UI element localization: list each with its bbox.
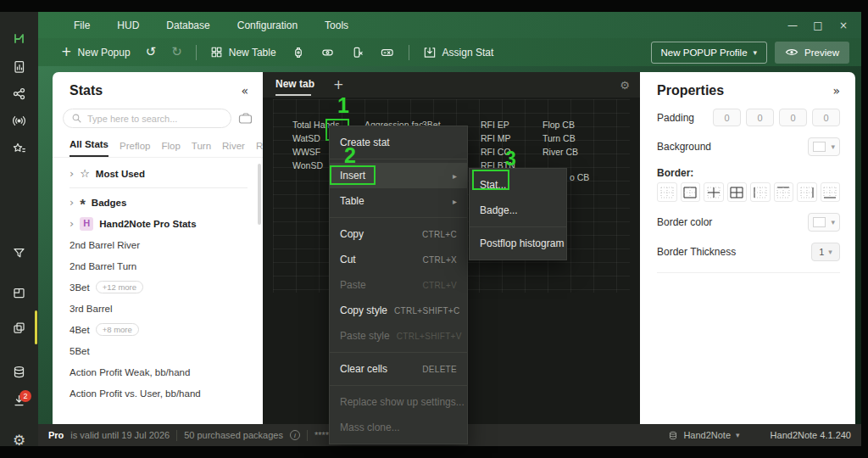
menu-item-hud[interactable]: HUD: [105, 16, 151, 35]
stats-tab-flop[interactable]: Flop: [161, 141, 180, 157]
popup-profile-dropdown[interactable]: New POPUP Profile ▾: [651, 42, 768, 64]
stats-item-3bet[interactable]: 3Bet+12 more: [53, 276, 263, 298]
search-box[interactable]: [63, 109, 231, 128]
badge-preview-button[interactable]: [313, 42, 342, 64]
menu-item-label: Cut: [340, 254, 356, 265]
stats-item-hand2note-pro-stats[interactable]: ›HHand2Note Pro Stats: [53, 213, 263, 234]
assign-stat-button[interactable]: Assign Stat: [415, 42, 502, 64]
menu-item-label: Paste style: [340, 330, 390, 342]
border-style-top-button[interactable]: [774, 182, 794, 202]
settings-gear-icon[interactable]: ⚙: [9, 430, 29, 450]
search-input[interactable]: [87, 114, 223, 124]
stats-item-most-used[interactable]: ›☆Most Used: [53, 163, 263, 184]
menu-item-file[interactable]: File: [62, 16, 102, 35]
new-popup-button[interactable]: + New Popup: [53, 42, 138, 64]
menu-item-label: Badge...: [480, 204, 518, 216]
submenu-item-postflop-histogram[interactable]: Postflop histogram: [470, 231, 566, 256]
menu-item-tools[interactable]: Tools: [313, 16, 360, 35]
collapse-panel-icon[interactable]: «: [241, 84, 248, 98]
collapse-properties-icon[interactable]: »: [832, 84, 840, 98]
reports-icon[interactable]: [9, 57, 29, 76]
context-menu-item-copy[interactable]: CopyCTRL+C: [330, 221, 467, 247]
watch-hud-button[interactable]: [284, 42, 313, 64]
stats-item-4bet[interactable]: 4Bet+8 more: [53, 319, 263, 340]
preview-button[interactable]: Preview: [775, 42, 849, 64]
border-bottom-icon: [823, 187, 837, 198]
context-menu-item-clear-cells[interactable]: Clear cellsDELETE: [330, 356, 467, 382]
broadcast-icon[interactable]: [9, 111, 29, 131]
undo-button[interactable]: ↺: [138, 42, 164, 64]
stat-pack-icon[interactable]: [237, 112, 254, 126]
stats-tab-river[interactable]: River: [222, 141, 245, 157]
stats-tab-raise[interactable]: Raise: [256, 141, 263, 157]
maximize-button[interactable]: □: [805, 15, 831, 36]
border-inner-icon: [707, 187, 721, 198]
stats-tab-turn[interactable]: Turn: [192, 141, 211, 157]
canvas-settings-gear-icon[interactable]: ⚙: [620, 79, 630, 92]
menu-item-database[interactable]: Database: [154, 16, 221, 35]
phone-remove-icon: [350, 46, 364, 59]
stat-cell-partial[interactable]: o CB: [570, 172, 589, 182]
border-style-none-button[interactable]: [657, 182, 677, 202]
stats-item-badges[interactable]: ›*Badges: [53, 192, 263, 213]
new-table-button[interactable]: New Table: [203, 42, 284, 64]
context-menu-item-copy-style[interactable]: Copy styleCTRL+SHIFT+C: [330, 298, 467, 323]
hud-layout-icon[interactable]: [9, 283, 29, 303]
app-version: Hand2Note 4.1.240: [771, 430, 851, 440]
stats-item-2nd-barrel-river[interactable]: 2nd Barrel River: [53, 234, 263, 255]
border-style-inner-button[interactable]: [704, 182, 724, 202]
border-style-outer-button[interactable]: [681, 182, 701, 202]
border-style-all-button[interactable]: [727, 182, 748, 202]
filter-icon[interactable]: [9, 243, 29, 263]
remove-phone-button[interactable]: [342, 42, 372, 64]
border-style-left-button[interactable]: [750, 182, 771, 202]
popups-icon[interactable]: [9, 318, 29, 338]
stat-cell-flop-cb[interactable]: Flop CB: [542, 118, 578, 131]
background-color-dropdown[interactable]: ▾: [808, 137, 840, 156]
stats-tab-preflop[interactable]: Preflop: [120, 141, 150, 157]
info-icon[interactable]: i: [290, 430, 300, 440]
database-selector[interactable]: Hand2Note ▾: [668, 430, 739, 441]
stat-cell-turn-cb[interactable]: Turn CB: [542, 131, 578, 145]
padding-input-1[interactable]: [746, 109, 774, 126]
context-menu-item-table[interactable]: Table▸: [330, 188, 467, 214]
padding-input-0[interactable]: [713, 109, 741, 126]
stats-item-5bet[interactable]: 5Bet: [53, 340, 263, 361]
stat-cell-rfi-ep[interactable]: RFI EP: [481, 118, 515, 131]
menu-item-configuration[interactable]: Configuration: [225, 16, 309, 35]
stats-item-3rd-barrel[interactable]: 3rd Barrel: [53, 298, 263, 319]
stats-tab-all-stats[interactable]: All Stats: [70, 139, 108, 157]
menu-item-label: Copy: [340, 228, 364, 240]
purchased-packages[interactable]: 50 purchased packages: [184, 430, 283, 440]
new-table-label: New Table: [229, 47, 276, 59]
stat-cell-rfi-mp[interactable]: RFI MP: [481, 131, 515, 145]
stats-item-action-profit-weak-bb-hand[interactable]: Action Profit Weak, bb/hand: [53, 361, 263, 383]
add-tab-button[interactable]: +: [333, 77, 344, 92]
border-thickness-dropdown[interactable]: 1 ▾: [811, 243, 840, 261]
padding-input-2[interactable]: [779, 109, 807, 126]
database-icon[interactable]: [9, 362, 29, 382]
close-button[interactable]: ×: [831, 15, 856, 36]
canvas-tab-new-tab[interactable]: New tab: [275, 78, 314, 92]
border-style-bottom-button[interactable]: [821, 182, 841, 202]
badges-icon[interactable]: [9, 139, 29, 159]
padding-input-3[interactable]: [812, 109, 840, 126]
minimize-button[interactable]: —: [780, 15, 805, 36]
stat-cell-river-cb[interactable]: River CB: [542, 145, 578, 159]
submenu-item-badge[interactable]: Badge...: [470, 198, 566, 223]
context-menu-item-cut[interactable]: CutCTRL+X: [330, 247, 467, 272]
menu-separator: [470, 226, 566, 227]
border-thickness-value: 1: [819, 247, 824, 257]
border-color-dropdown[interactable]: ▾: [808, 213, 840, 232]
share-icon[interactable]: [9, 84, 29, 103]
remove-tag-button[interactable]: [372, 42, 403, 64]
stats-item-action-profit-vs-user-bb-hand[interactable]: Action Profit vs. User, bb/hand: [53, 383, 263, 404]
tag-remove-icon: [380, 46, 395, 59]
redo-button[interactable]: ↻: [164, 42, 190, 64]
hand2note-logo-icon[interactable]: [9, 29, 29, 48]
stats-item-2nd-barrel-turn[interactable]: 2nd Barrel Turn: [53, 255, 263, 276]
h-badge-icon: H: [80, 217, 93, 231]
canvas-tabbar: New tab + ⚙: [263, 72, 640, 98]
stats-scrollbar[interactable]: [258, 164, 261, 225]
border-style-right-button[interactable]: [797, 182, 817, 202]
